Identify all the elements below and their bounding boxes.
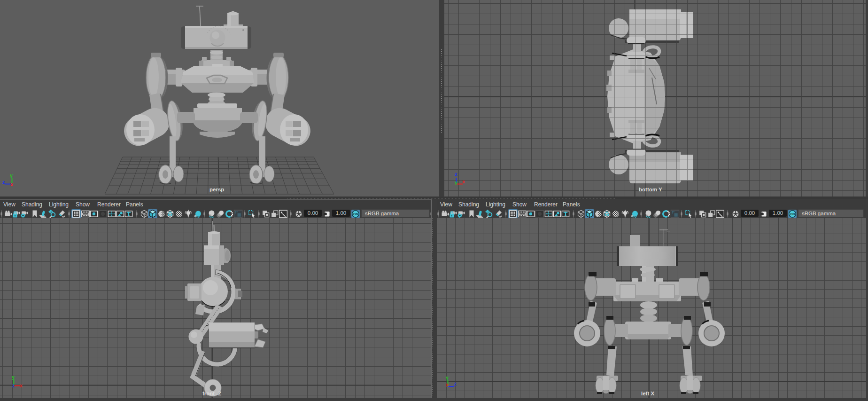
- svg-text:x: x: [20, 383, 23, 388]
- svg-text:y: y: [455, 180, 458, 185]
- svg-text:z: z: [454, 381, 457, 386]
- svg-text:y: y: [446, 375, 449, 380]
- svg-text:y: y: [12, 374, 15, 380]
- svg-text:z: z: [455, 171, 457, 177]
- svg-text:x: x: [462, 179, 465, 184]
- svg-text:x: x: [446, 382, 449, 387]
- svg-text:z: z: [12, 383, 15, 388]
- svg-text:y: y: [10, 173, 13, 178]
- svg-text:z: z: [2, 179, 5, 185]
- svg-text:x: x: [10, 181, 14, 187]
